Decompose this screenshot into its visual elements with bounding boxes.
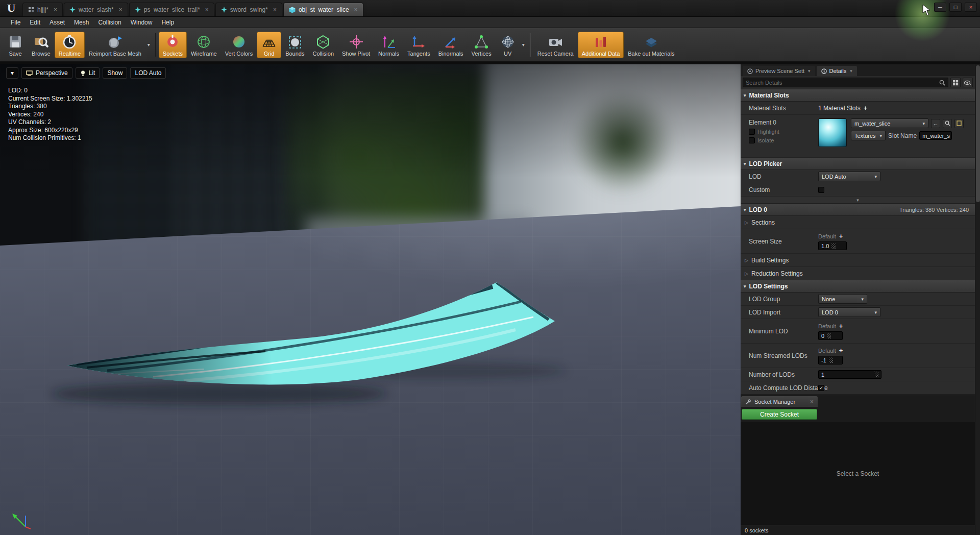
tab-close-icon[interactable]: × — [273, 6, 277, 13]
minimum-lod-field[interactable]: 0 — [818, 331, 843, 340]
tab-close-icon[interactable]: × — [205, 6, 209, 13]
lod-picker-header[interactable]: ▾ LOD Picker — [741, 158, 975, 170]
additional-data-button[interactable]: Additional Data — [578, 32, 624, 58]
menu-edit[interactable]: Edit — [25, 18, 45, 27]
details-scrollbar[interactable] — [975, 64, 980, 535]
browse-to-asset-button[interactable] — [943, 119, 952, 128]
textures-dropdown-button[interactable]: Textures ▾ — [851, 131, 886, 140]
reduction-settings-row[interactable]: ▷ Reduction Settings — [741, 267, 975, 280]
socket-manager-tabrow: Socket Manager × — [741, 395, 975, 407]
lod-settings-header[interactable]: ▾ LOD Settings — [741, 280, 975, 293]
material-asset-combobox[interactable]: m_water_slice ▾ — [851, 118, 928, 128]
build-settings-label: Build Settings — [751, 257, 789, 264]
num-streamed-add-button[interactable]: + — [839, 347, 843, 354]
binormals-button[interactable]: Binormals — [434, 32, 468, 58]
screen-size-add-button[interactable]: + — [839, 232, 843, 240]
lod-group-combobox[interactable]: None ▾ — [818, 294, 867, 304]
sections-row[interactable]: ▷ Sections — [741, 216, 975, 229]
tab-ps-water-slice-trail[interactable]: ps_water_slice_trail* × — [129, 3, 214, 16]
bake-out-materials-button[interactable]: Bake out Materials — [624, 32, 678, 58]
spinbox-grip[interactable] — [827, 333, 831, 338]
perspective-button[interactable]: Perspective — [21, 67, 72, 79]
reimport-dropdown-icon[interactable]: ▾ — [145, 42, 152, 47]
tab-close-icon[interactable]: × — [54, 6, 57, 13]
lod-combobox[interactable]: LOD Auto ▾ — [818, 172, 880, 181]
scrollbar-thumb[interactable] — [976, 65, 980, 202]
spinbox-grip[interactable] — [874, 372, 878, 377]
screen-size-field[interactable]: 1.0 — [818, 241, 847, 250]
vertices-button[interactable]: Vertices — [468, 32, 496, 58]
unreal-static-mesh-editor-window: U hjjjj* × water_slash* × ps_water_slice… — [0, 0, 980, 535]
reset-material-button[interactable] — [954, 119, 964, 128]
create-socket-button[interactable]: Create Socket — [742, 409, 817, 420]
num-streamed-field[interactable]: -1 — [818, 356, 843, 364]
save-button[interactable]: Save — [3, 32, 28, 58]
display-filter-button[interactable] — [950, 78, 961, 87]
spinbox-grip[interactable] — [831, 243, 836, 249]
menu-mesh[interactable]: Mesh — [69, 18, 93, 27]
uv-dropdown-icon[interactable]: ▾ — [520, 42, 527, 47]
menu-collision[interactable]: Collision — [93, 18, 126, 27]
lod-picker-expander[interactable]: ▾ — [741, 197, 975, 204]
isolate-checkbox[interactable] — [749, 137, 755, 143]
tab-close-icon[interactable]: × — [354, 6, 358, 13]
tab-sword-swing[interactable]: sword_swing* × — [215, 3, 282, 16]
water-slash-mesh[interactable] — [0, 64, 741, 535]
tab-label: hjjjj* — [37, 6, 48, 13]
realtime-button[interactable]: Realtime — [55, 32, 85, 58]
tab-hjjjj[interactable]: hjjjj* × — [22, 3, 63, 16]
spinbox-grip[interactable] — [829, 357, 833, 363]
viewport-3d[interactable]: ▾ Perspective Lit Show LOD Auto LOD: 0 C… — [0, 64, 741, 535]
tab-water-slash[interactable]: water_slash* × — [64, 3, 128, 16]
auto-compute-lod-checkbox[interactable]: ✓ — [818, 385, 824, 391]
socket-manager-tab[interactable]: Socket Manager × — [741, 396, 818, 407]
uv-button[interactable]: UV — [496, 32, 520, 58]
highlight-checkbox[interactable] — [749, 129, 755, 135]
vert-colors-button[interactable]: Vert Colors — [221, 32, 257, 58]
window-close-button[interactable]: × — [965, 3, 977, 12]
collision-button[interactable]: Collision — [308, 32, 338, 58]
create-socket-row: Create Socket — [741, 407, 975, 422]
show-pivot-button[interactable]: Show Pivot — [338, 32, 374, 58]
build-settings-row[interactable]: ▷ Build Settings — [741, 254, 975, 267]
lod-auto-button[interactable]: LOD Auto — [130, 67, 166, 79]
slot-name-field[interactable]: m_water_s — [919, 131, 952, 140]
viewport-options-button[interactable]: ▾ — [6, 67, 18, 79]
lod-import-combobox[interactable]: LOD 0 ▾ — [818, 307, 880, 317]
uv-icon — [500, 34, 516, 50]
view-options-button[interactable] — [963, 78, 973, 87]
lit-button[interactable]: Lit — [76, 67, 100, 79]
menu-file[interactable]: File — [6, 18, 25, 27]
caret-down-icon: ▾ — [850, 68, 852, 74]
search-details-input[interactable] — [746, 80, 939, 86]
tab-preview-scene-settings[interactable]: Preview Scene Sett ▾ — [743, 66, 815, 76]
tab-close-icon[interactable]: × — [119, 6, 122, 13]
window-minimize-button[interactable]: ─ — [934, 3, 946, 12]
use-selected-asset-button[interactable]: ← — [931, 119, 940, 128]
button-label: Sockets — [163, 51, 183, 57]
custom-checkbox[interactable] — [818, 187, 824, 193]
minimum-lod-add-button[interactable]: + — [839, 322, 843, 330]
socket-manager-close-icon[interactable]: × — [810, 398, 814, 405]
normals-button[interactable]: Normals — [374, 32, 403, 58]
material-thumbnail[interactable] — [818, 118, 847, 147]
lod0-header[interactable]: ▾ LOD 0 Triangles: 380 Vertices: 240 — [741, 204, 975, 216]
window-maximize-button[interactable]: □ — [949, 3, 962, 12]
tab-details[interactable]: Details ▾ — [817, 66, 857, 76]
show-button[interactable]: Show — [103, 67, 127, 79]
menu-window[interactable]: Window — [126, 18, 157, 27]
reimport-base-mesh-button[interactable]: Reimport Base Mesh — [85, 32, 145, 58]
reset-camera-button[interactable]: Reset Camera — [533, 32, 578, 58]
wireframe-button[interactable]: Wireframe — [187, 32, 221, 58]
number-of-lods-field[interactable]: 1 — [818, 370, 881, 379]
add-material-slot-button[interactable]: + — [864, 104, 868, 112]
grid-button[interactable]: Grid — [257, 32, 281, 58]
tab-obj-st-water-slice[interactable]: obj_st_water_slice × — [283, 3, 363, 16]
tangents-button[interactable]: Tangents — [403, 32, 434, 58]
sockets-button[interactable]: Sockets — [159, 32, 187, 58]
material-slots-header[interactable]: ▾ Material Slots — [741, 89, 975, 102]
menu-help[interactable]: Help — [157, 18, 179, 27]
browse-button[interactable]: Browse — [28, 32, 55, 58]
bounds-button[interactable]: Bounds — [281, 32, 308, 58]
menu-asset[interactable]: Asset — [45, 18, 69, 27]
